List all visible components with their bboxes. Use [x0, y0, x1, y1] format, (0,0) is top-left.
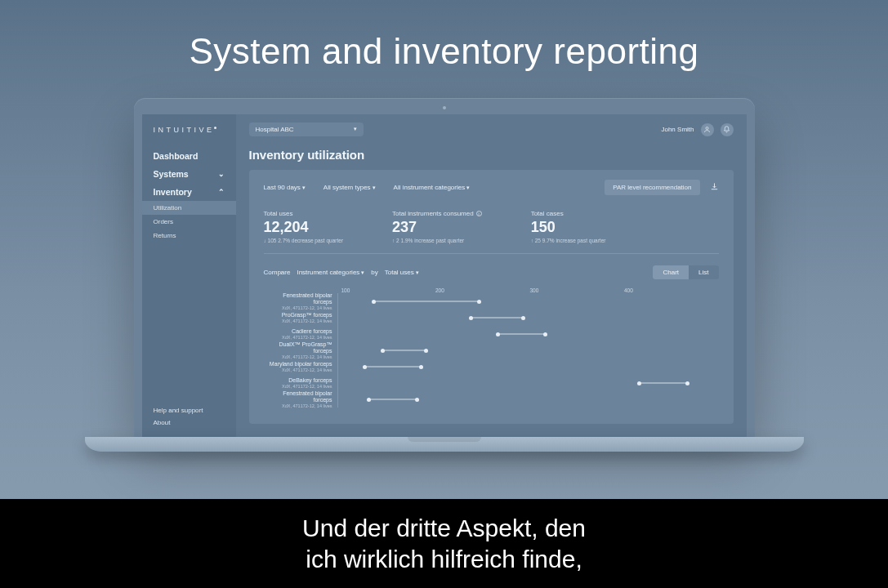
sidebar: INTUITIVE Dashboard Systems ⌄ Inventory … [142, 114, 236, 437]
chart-row: Maryland bipolar forcepsXdX, 471172-12, … [264, 359, 719, 375]
dumbbell-bar [364, 367, 422, 368]
hospital-select[interactable]: Hospital ABC [249, 122, 364, 136]
chart-row-label: Cadiere forcepsXdX, 471172-12, 14 lives [264, 328, 337, 340]
chart-row: Cadiere forcepsXdX, 471172-12, 14 lives [264, 326, 719, 342]
chart-row-label: ProGrasp™ forcepsXdX, 471172-12, 14 live… [264, 312, 337, 323]
dumbbell-bar [498, 334, 547, 335]
chart-row: ProGrasp™ forcepsXdX, 471172-12, 14 live… [264, 310, 719, 326]
sidebar-item-dashboard[interactable]: Dashboard [142, 147, 236, 165]
dumbbell-bar [639, 383, 688, 384]
chart-row-label: DeBakey forcepsXdX, 471172-12, 14 lives [264, 377, 337, 389]
stat-total-instruments: Total instruments consumedi 237 ↑ 2 1.9%… [392, 210, 482, 243]
sidebar-item-systems[interactable]: Systems ⌄ [142, 165, 236, 183]
main-panel: Hospital ABC John Smith Inventory utiliz… [236, 114, 747, 437]
stat-total-cases: Total cases 150 ↑ 25 9.7% increase past … [531, 210, 606, 243]
chart-row-track [337, 359, 719, 375]
brand-logo: INTUITIVE [142, 126, 236, 147]
filter-category[interactable]: All instrument categories [394, 184, 471, 191]
username-label: John Smith [661, 126, 694, 133]
chart-row-label: Maryland bipolar forcepsXdX, 471172-12, … [264, 361, 337, 372]
sidebar-item-inventory[interactable]: Inventory ⌃ [142, 183, 236, 201]
filter-system[interactable]: All system types [324, 184, 376, 191]
chart-row-track [337, 326, 719, 342]
chart-row: DualX™ ProGrasp™ forcepsXdX, 471172-12, … [264, 342, 719, 359]
dumbbell-bar [373, 301, 480, 302]
sidebar-help-link[interactable]: Help and support [154, 404, 225, 416]
chart-row-track [337, 310, 719, 326]
sidebar-sub-orders[interactable]: Orders [142, 215, 236, 229]
chart-row-track [337, 391, 719, 408]
download-icon[interactable] [710, 182, 719, 193]
chart-row-track [337, 342, 719, 359]
dumbbell-bar [471, 318, 524, 318]
chart-row: DeBakey forcepsXdX, 471172-12, 14 lives [264, 375, 719, 391]
chart-row-track [337, 293, 719, 310]
chevron-down-icon: ⌄ [218, 170, 225, 178]
bell-icon[interactable] [721, 123, 734, 136]
dumbbell-bar [368, 399, 417, 400]
chart-row-track [337, 375, 719, 391]
user-icon[interactable] [701, 123, 714, 136]
sidebar-sub-utilization[interactable]: Utilization [142, 201, 236, 215]
filter-date[interactable]: Last 90 days [264, 184, 306, 191]
compare-by-label: by [371, 269, 377, 276]
laptop-base [85, 437, 804, 452]
page-title: Inventory utilization [236, 145, 747, 170]
chevron-up-icon: ⌃ [218, 188, 225, 196]
compare-dimension-select[interactable]: Instrument categories [297, 269, 364, 276]
page-headline: System and inventory reporting [0, 0, 888, 72]
content-card: Last 90 days All system types All instru… [249, 170, 734, 424]
toggle-chart-button[interactable]: Chart [653, 265, 689, 279]
axis-tick: 300 [530, 287, 625, 293]
chart-row-label: DualX™ ProGrasp™ forcepsXdX, 471172-12, … [264, 341, 337, 359]
chart-row-label: Fenestrated bipolar forcepsXdX, 471172-1… [264, 390, 337, 408]
axis-tick: 100 [341, 287, 436, 293]
svg-point-0 [706, 127, 708, 130]
par-recommendation-button[interactable]: PAR level recommendation [605, 180, 699, 195]
axis-tick: 200 [435, 287, 530, 293]
stat-total-uses: Total uses 12,204 ↓ 105 2.7% decrease pa… [264, 210, 344, 243]
chart-row-label: Fenestrated bipolar forcepsXdX, 471172-1… [264, 292, 337, 310]
inventory-submenu: Utilization Orders Returns [142, 201, 236, 243]
chart-row: Fenestrated bipolar forcepsXdX, 471172-1… [264, 293, 719, 310]
view-toggle: Chart List [653, 265, 718, 279]
camera-dot [443, 106, 446, 109]
info-icon[interactable]: i [476, 211, 482, 216]
stats-row: Total uses 12,204 ↓ 105 2.7% decrease pa… [264, 195, 719, 254]
compare-label: Compare [264, 269, 291, 276]
sidebar-about-link[interactable]: About [154, 416, 225, 429]
axis-tick: 400 [624, 287, 719, 293]
laptop-frame: INTUITIVE Dashboard Systems ⌄ Inventory … [134, 98, 755, 452]
dumbbell-bar [382, 350, 426, 351]
chart: 100200300400 Fenestrated bipolar forceps… [264, 287, 719, 408]
topbar: Hospital ABC John Smith [236, 114, 747, 145]
chart-row: Fenestrated bipolar forcepsXdX, 471172-1… [264, 391, 719, 408]
compare-metric-select[interactable]: Total uses [385, 269, 419, 276]
toggle-list-button[interactable]: List [689, 265, 718, 279]
subtitle-caption: Und der dritte Aspekt, denich wirklich h… [0, 499, 888, 588]
sidebar-sub-returns[interactable]: Returns [142, 229, 236, 243]
